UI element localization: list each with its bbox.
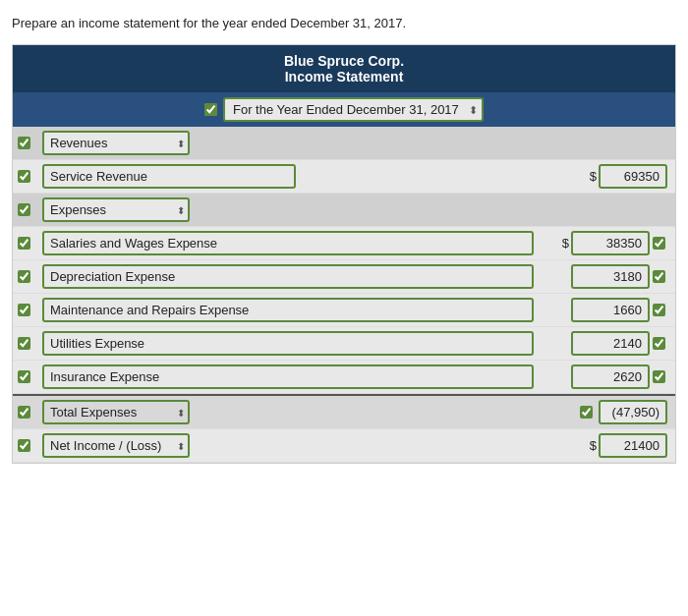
maintenance-right-checkbox[interactable] bbox=[653, 304, 665, 316]
total-expenses-amount[interactable] bbox=[599, 400, 667, 424]
statement-title: Income Statement bbox=[23, 69, 665, 84]
expenses-select-wrap: Expenses ⬍ bbox=[42, 197, 190, 222]
expenses-section-header: Expenses ⬍ bbox=[13, 194, 675, 227]
maintenance-label-input[interactable] bbox=[42, 298, 534, 322]
service-revenue-dollar: $ bbox=[590, 169, 597, 184]
revenues-select-wrap: Revenues ⬍ bbox=[42, 131, 190, 155]
service-revenue-check-col bbox=[13, 170, 34, 183]
page: Prepare an income statement for the year… bbox=[0, 0, 688, 479]
salaries-checkbox[interactable] bbox=[18, 237, 30, 250]
expenses-select[interactable]: Expenses bbox=[42, 197, 190, 222]
salaries-label-col bbox=[34, 227, 542, 259]
revenues-label-col: Revenues ⬍ bbox=[34, 127, 363, 159]
expenses-check-col bbox=[13, 203, 34, 216]
maintenance-amount-col bbox=[571, 298, 650, 322]
expenses-checkbox[interactable] bbox=[18, 203, 30, 216]
salaries-right-checkbox[interactable] bbox=[653, 237, 665, 250]
revenues-checkbox[interactable] bbox=[18, 137, 30, 149]
total-expenses-row: Total Expenses ⬍ bbox=[13, 394, 675, 429]
salaries-label-input[interactable] bbox=[42, 231, 534, 255]
salaries-amount-input[interactable] bbox=[571, 231, 650, 255]
depreciation-label-input[interactable] bbox=[42, 264, 534, 289]
salaries-row: $ bbox=[13, 227, 675, 260]
salaries-dollar-col: $ bbox=[542, 236, 571, 251]
utilities-amount-input[interactable] bbox=[571, 331, 650, 356]
insurance-amount-col bbox=[571, 364, 650, 389]
insurance-check-col bbox=[13, 370, 34, 383]
utilities-checkbox[interactable] bbox=[18, 337, 30, 350]
maintenance-label-col bbox=[34, 294, 542, 326]
service-revenue-label-col bbox=[34, 160, 304, 193]
depreciation-amount-input[interactable] bbox=[571, 264, 650, 289]
total-expenses-right-check bbox=[577, 406, 595, 419]
service-revenue-amount[interactable] bbox=[599, 164, 667, 189]
net-income-amount[interactable] bbox=[599, 433, 667, 458]
utilities-label-col bbox=[34, 327, 542, 360]
service-revenue-right: $ bbox=[557, 164, 675, 189]
total-expenses-select[interactable]: Total Expenses bbox=[42, 400, 190, 424]
maintenance-checkbox[interactable] bbox=[18, 304, 30, 316]
depreciation-right-check bbox=[650, 270, 667, 283]
statement-header: Blue Spruce Corp. Income Statement bbox=[13, 45, 675, 92]
instructions: Prepare an income statement for the year… bbox=[12, 16, 676, 30]
revenues-select[interactable]: Revenues bbox=[42, 131, 190, 155]
period-row: For the Year Ended December 31, 2017 ⬍ bbox=[13, 92, 675, 127]
net-income-dollar: $ bbox=[590, 438, 597, 453]
utilities-check-col bbox=[13, 337, 34, 350]
insurance-right-check bbox=[650, 370, 667, 383]
total-expenses-check-col bbox=[13, 406, 34, 419]
depreciation-check-col bbox=[13, 270, 34, 283]
maintenance-row bbox=[13, 294, 675, 327]
income-statement: Blue Spruce Corp. Income Statement For t… bbox=[12, 44, 676, 464]
depreciation-amount-col bbox=[571, 264, 650, 289]
total-expenses-right-checkbox[interactable] bbox=[580, 406, 593, 419]
revenues-check-col bbox=[13, 137, 34, 149]
insurance-label-input[interactable] bbox=[42, 364, 534, 389]
salaries-right-check bbox=[650, 237, 667, 250]
depreciation-checkbox[interactable] bbox=[18, 270, 30, 283]
total-expenses-checkbox[interactable] bbox=[18, 406, 30, 419]
net-income-row: Net Income / (Loss) ⬍ $ bbox=[13, 429, 675, 463]
utilities-row bbox=[13, 327, 675, 361]
depreciation-row bbox=[13, 260, 675, 294]
service-revenue-row: $ bbox=[13, 160, 675, 194]
service-revenue-label-input[interactable] bbox=[42, 164, 296, 189]
net-income-select[interactable]: Net Income / (Loss) bbox=[42, 433, 190, 458]
net-income-right: $ bbox=[557, 433, 675, 458]
revenues-section-header: Revenues ⬍ bbox=[13, 127, 675, 160]
insurance-amount-input[interactable] bbox=[571, 364, 650, 389]
net-income-select-wrap: Net Income / (Loss) ⬍ bbox=[42, 433, 190, 458]
depreciation-right-checkbox[interactable] bbox=[653, 270, 665, 283]
utilities-right-check bbox=[650, 337, 667, 350]
net-income-label-col: Net Income / (Loss) ⬍ bbox=[34, 429, 304, 462]
salaries-check-col bbox=[13, 237, 34, 250]
utilities-right-checkbox[interactable] bbox=[653, 337, 665, 350]
maintenance-amount-input[interactable] bbox=[571, 298, 650, 322]
maintenance-check-col bbox=[13, 304, 34, 316]
period-select-wrap: For the Year Ended December 31, 2017 ⬍ bbox=[223, 97, 484, 122]
maintenance-right-check bbox=[650, 304, 667, 316]
insurance-checkbox[interactable] bbox=[18, 370, 30, 383]
insurance-row bbox=[13, 361, 675, 394]
expenses-label-col: Expenses ⬍ bbox=[34, 194, 363, 226]
period-checkbox[interactable] bbox=[204, 103, 217, 116]
total-expenses-label-col: Total Expenses ⬍ bbox=[34, 396, 314, 428]
insurance-right-checkbox[interactable] bbox=[653, 370, 665, 383]
salaries-amount-col bbox=[571, 231, 650, 255]
utilities-label-input[interactable] bbox=[42, 331, 534, 356]
period-select[interactable]: For the Year Ended December 31, 2017 bbox=[223, 97, 484, 122]
service-revenue-checkbox[interactable] bbox=[18, 170, 30, 183]
company-name: Blue Spruce Corp. bbox=[23, 53, 665, 69]
net-income-checkbox[interactable] bbox=[18, 439, 30, 452]
total-expenses-select-wrap: Total Expenses ⬍ bbox=[42, 400, 190, 424]
depreciation-label-col bbox=[34, 260, 542, 293]
insurance-label-col bbox=[34, 361, 542, 393]
utilities-amount-col bbox=[571, 331, 650, 356]
net-income-check-col bbox=[13, 439, 34, 452]
